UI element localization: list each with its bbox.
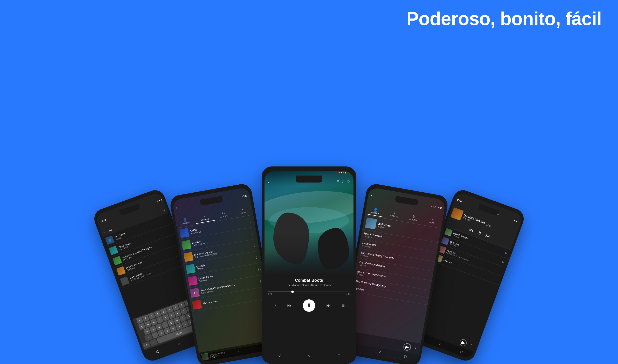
nav-home-3[interactable]: ○ — [308, 353, 310, 358]
result-text-2: Sand Angel 3rd Coast — [118, 242, 132, 251]
music-note-icon-player: ♪ — [268, 180, 270, 184]
player-bottom — [264, 313, 354, 352]
battery-icon-4: ▮ — [434, 206, 436, 208]
music-note-icon-2: ♪ — [176, 206, 178, 210]
song-thumb-s6: 💇 — [190, 288, 200, 298]
nav-recent-4[interactable]: □ — [404, 354, 407, 359]
play-pause-button[interactable]: ⏸ — [303, 299, 315, 312]
tab-musicas-label: MÚSICAS — [201, 218, 209, 221]
bottom-nav-3: ◁ ○ □ — [264, 352, 354, 360]
nav-back-2[interactable]: ◁ — [211, 354, 215, 359]
tab-listas-label-4: LISTAS — [429, 221, 436, 224]
player-title: Combat Boots — [268, 278, 350, 283]
previous-button[interactable]: ⏮ — [287, 303, 292, 308]
progress-total: 4:14 — [346, 293, 350, 295]
player-header-actions: ≡ ⤴ ♡ — [337, 179, 350, 184]
battery-icon: ▮ — [160, 199, 162, 201]
player-screen: ♪ ≡ ⤴ ♡ ⚡ ▾ ▲ ▮ 3:34 — [264, 171, 354, 360]
progress-thumb[interactable] — [291, 291, 294, 293]
shuffle-button[interactable]: ⇄ — [273, 303, 276, 307]
pause-icon: ⏸ — [306, 302, 312, 309]
song-play-2[interactable]: ▷ — [251, 231, 255, 235]
song-play-5[interactable]: ▷ — [258, 267, 261, 271]
nav-home-2[interactable]: ○ — [237, 350, 240, 354]
note-icon-2: ♪ — [203, 214, 205, 218]
player-subtitle: The Miniture Gnats / Return to Service — [268, 284, 350, 287]
nav-recent-3[interactable]: □ — [338, 353, 340, 358]
song-play-1[interactable]: ▷ — [249, 219, 253, 223]
progress-times: 1:20 4:14 — [268, 293, 350, 295]
progress-fill — [268, 292, 292, 292]
tab-musicas-label-4: MÚSICAS — [390, 214, 398, 218]
song-thumb-5: ♪ — [120, 276, 129, 286]
artist-thumb: 👤 — [105, 235, 114, 245]
pause-button-5[interactable]: ⏸ — [477, 230, 483, 236]
clear-icon[interactable]: ✕ — [162, 208, 166, 213]
wifi-icon-4: ▾ — [431, 205, 432, 208]
status-bar-3: ⚡ ▾ ▲ ▮ 3:34 — [338, 171, 352, 174]
wifi-icon: ▾ — [156, 200, 158, 202]
artist-list: Hole in the wall 1 música Sand Angel 3 m… — [344, 229, 439, 344]
signal-icon: ▲ — [158, 199, 161, 201]
artist-header-thumb — [365, 218, 377, 229]
person-icon-4: 👤 — [373, 208, 378, 212]
note-icon-4: ♪ — [393, 211, 396, 215]
wifi-icon-3: ▾ — [341, 172, 342, 174]
more-icon-5[interactable]: ⋮ — [468, 343, 474, 349]
tab-listas-label: LISTAS — [240, 211, 246, 214]
phone-3-notch — [296, 176, 322, 182]
battery-icon-5: ● — [517, 221, 519, 223]
phones-showcase: 10:13 ▾ ▲ ▮ ← ✕ 👤 — [0, 25, 618, 364]
back-button[interactable]: ← — [102, 230, 107, 235]
nav-home-1[interactable]: ○ — [177, 341, 181, 346]
bluetooth-icon: ⚡ — [338, 172, 341, 174]
song-play-3[interactable]: ▷ — [254, 243, 257, 247]
q-play-1[interactable]: ▶ — [505, 251, 508, 255]
player-controls: ⇄ ⏮ ⏸ ⏭ ⊞ — [264, 297, 354, 313]
repeat-button[interactable]: ⊞ — [342, 303, 345, 307]
more-icon-4[interactable]: ⋮ — [413, 346, 418, 351]
album-art-gradient — [264, 233, 354, 275]
phone-3: ♪ ≡ ⤴ ♡ ⚡ ▾ ▲ ▮ 3:34 — [262, 167, 356, 364]
progress-bar[interactable] — [268, 292, 350, 292]
list-icon-2: ≡ — [241, 208, 244, 211]
next-button-5[interactable]: ⏭ — [485, 233, 491, 239]
album-icon-2: ⊙ — [222, 211, 225, 215]
person-icon-2: 👤 — [183, 218, 188, 222]
play-circle-5[interactable]: ▶ — [459, 338, 468, 347]
progress-current: 1:20 — [268, 293, 272, 295]
play-icon-4[interactable]: ▶ — [403, 343, 412, 351]
person-icon: 👤 — [108, 238, 112, 242]
tab-artistas-label-4: ARTISTAS — [371, 211, 379, 215]
song-thumb-s7 — [192, 300, 202, 310]
player-progress: 1:20 4:14 — [264, 290, 354, 297]
artist-header-info: 3rd Coast 3 álbuns — [378, 222, 392, 230]
nav-recent-5[interactable]: □ — [460, 349, 463, 354]
nav-back-1[interactable]: ◁ — [155, 349, 159, 354]
q-play-2[interactable]: ▶ — [501, 260, 505, 264]
nav-home-5[interactable]: ○ — [438, 341, 441, 346]
result-text-1: 3rd Coast Artista — [114, 232, 126, 241]
np-album-thumb-5 — [451, 207, 464, 220]
song-thumb-s2 — [181, 240, 191, 250]
status-time-2: 10:13 — [241, 195, 247, 198]
song-thumb-s5: 💃 — [188, 276, 198, 286]
status-time-3: 3:34 — [347, 171, 352, 174]
song-thumb-4 — [116, 266, 126, 275]
signal-icon-4: ▲ — [432, 205, 434, 208]
tab-albuns-label-4: ÁLBUNS — [409, 218, 417, 221]
battery-icon-3: ▮ — [345, 172, 346, 174]
nav-home-4[interactable]: ○ — [379, 350, 382, 354]
signal-icon-3: ▲ — [343, 172, 345, 174]
favorite-icon[interactable]: ♡ — [347, 179, 350, 184]
q-thumb-1 — [444, 228, 453, 236]
next-button[interactable]: ⏭ — [326, 303, 331, 308]
nav-back-3[interactable]: ◁ — [278, 353, 281, 358]
share-icon[interactable]: ⤴ — [342, 179, 344, 184]
song-play-4[interactable]: ▷ — [256, 255, 259, 259]
tab-artistas-label: ARTISTAS — [181, 221, 190, 225]
playlist-icon[interactable]: ≡ — [337, 179, 339, 184]
music-icon-small: ♪ — [124, 279, 126, 283]
tab-albuns-label: ÁLBUNS — [220, 215, 228, 218]
prev-button-5[interactable]: ⏮ — [468, 227, 475, 233]
